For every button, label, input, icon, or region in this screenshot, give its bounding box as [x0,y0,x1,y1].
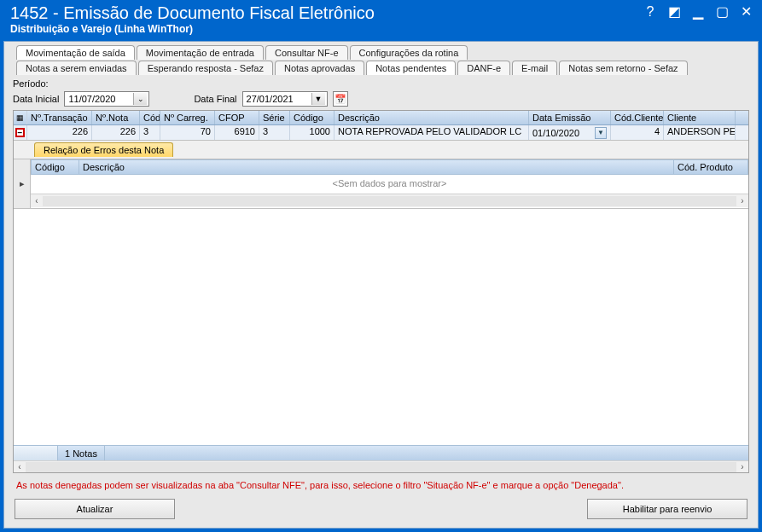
cell-cod-cliente: 4 [611,125,664,140]
tab-mov-entrada[interactable]: Movimentação de entrada [137,45,264,60]
cell-carreg: 70 [160,125,215,140]
scroll-right-icon[interactable]: › [736,196,748,205]
close-icon[interactable]: ✕ [738,5,753,20]
row-count: 1 Notas [58,446,105,460]
grid-header: ▦ Nº.Transação Nº.Nota Cód Nº Carreg. CF… [14,111,748,125]
final-date-value: 27/01/2021 [247,94,306,104]
tab-mov-saida[interactable]: Movimentação de saída [16,45,135,60]
tab-config-rotina[interactable]: Configurações da rotina [350,45,468,60]
period-label: Período: [13,78,49,89]
primary-tabs: Movimentação de saída Movimentação de en… [16,45,753,60]
scroll-left-icon[interactable]: ‹ [31,196,43,205]
scroll-left-icon[interactable]: ‹ [14,462,26,471]
chevron-down-icon[interactable]: ⌄ [133,93,147,105]
initial-date-value: 11/07/2020 [68,94,128,104]
detail-h-scroll[interactable]: ‹ › [31,194,748,207]
habilitar-reenvio-button[interactable]: Habilitar para reenvio [587,499,747,519]
detail-col-codigo[interactable]: Código [32,160,79,174]
cell-transacao: 226 [27,125,92,140]
col-cod-cliente[interactable]: Cód.Cliente [611,111,664,124]
col-descricao[interactable]: Descrição [334,111,529,124]
grid-footer: 1 Notas [14,445,748,460]
initial-date-input[interactable]: 11/07/2020 ⌄ [64,91,149,107]
grid-h-scroll[interactable]: ‹ › [14,460,748,472]
tab-aprovadas[interactable]: Notas aprovadas [275,61,364,75]
cell-serie: 3 [259,125,290,140]
col-data-emissao[interactable]: Data Emissão [529,111,611,124]
col-nota[interactable]: Nº.Nota [92,111,140,124]
col-serie[interactable]: Série [259,111,290,124]
col-codigo[interactable]: Código [290,111,334,124]
cell-nota: 226 [92,125,140,140]
detail-gutter: ▸ [14,159,31,208]
pending-grid: ▦ Nº.Transação Nº.Nota Cód Nº Carreg. CF… [13,110,749,473]
final-date-label: Data Final [194,94,236,104]
row-selector-header[interactable]: ▦ [14,111,27,124]
col-cfop[interactable]: CFOP [215,111,259,124]
scroll-right-icon[interactable]: › [736,462,748,471]
tab-a-serem-enviadas[interactable]: Notas a serem enviadas [16,61,137,75]
cell-cliente: ANDERSON PER [664,125,736,140]
tab-sem-retorno[interactable]: Notas sem retorno - Sefaz [559,61,687,75]
detail-col-cod-produto[interactable]: Cód. Produto [674,160,747,174]
collapse-icon[interactable]: − [15,128,25,137]
detail-grid-header: Código Descrição Cód. Produto [31,159,748,175]
detail-pane: Relação de Erros desta Nota [14,141,748,159]
tab-esperando-sefaz[interactable]: Esperando resposta - Sefaz [138,61,273,75]
col-transacao[interactable]: Nº.Transação [27,111,92,124]
cell-cfop: 6910 [215,125,259,140]
cell-data-emissao[interactable]: 01/10/2020 ▼ [529,125,611,140]
tab-danfe[interactable]: DANF-e [457,61,510,75]
secondary-tabs: Notas a serem enviadas Esperando respost… [16,61,753,75]
chevron-down-icon[interactable]: ▼ [311,93,325,105]
hint-text: As notas denegadas podem ser visualizada… [13,473,749,499]
grid-blank [14,209,748,445]
final-date-input[interactable]: 27/01/2021 ▼ [242,91,328,107]
cell-descricao: NOTA REPROVADA PELO VALIDADOR LC [334,125,529,140]
cell-cod: 3 [140,125,160,140]
help-icon[interactable]: ? [643,5,658,20]
window-subtitle: Distribuição e Varejo (Linha WinThor) [10,23,752,35]
footer-spacer [14,446,58,460]
tab-email[interactable]: E-mail [512,61,557,75]
restore-icon[interactable]: ◩ [666,5,682,20]
initial-date-label: Data Inicial [13,94,59,104]
minimize-icon[interactable]: ▁ [690,5,706,20]
calendar-icon[interactable]: 📅 [333,91,348,107]
window-title: 1452 - Emissão de Documento Fiscal Eletr… [10,3,752,23]
col-cod[interactable]: Cód [140,111,160,124]
atualizar-button[interactable]: Atualizar [15,499,175,519]
detail-tab-erros[interactable]: Relação de Erros desta Nota [34,142,173,157]
row-expand-cell: − [14,125,27,140]
detail-empty-text: <Sem dados para mostrar> [31,175,748,194]
titlebar: 1452 - Emissão de Documento Fiscal Eletr… [3,3,759,41]
tab-pendentes[interactable]: Notas pendentes [366,61,456,75]
tab-consultar-nfe[interactable]: Consultar NF-e [265,45,348,60]
col-cliente[interactable]: Cliente [664,111,736,124]
scroll-track[interactable] [26,462,736,472]
chevron-down-icon[interactable]: ▼ [595,127,607,139]
maximize-icon[interactable]: ▢ [714,5,730,20]
cell-data-emissao-value: 01/10/2020 [532,128,593,138]
col-carreg[interactable]: Nº Carreg. [160,111,215,124]
cell-codigo: 1000 [290,125,334,140]
table-row[interactable]: − 226 226 3 70 6910 3 1000 NOTA REPROVAD… [14,125,748,141]
scroll-track[interactable] [43,196,736,206]
detail-col-descricao[interactable]: Descrição [79,160,674,174]
